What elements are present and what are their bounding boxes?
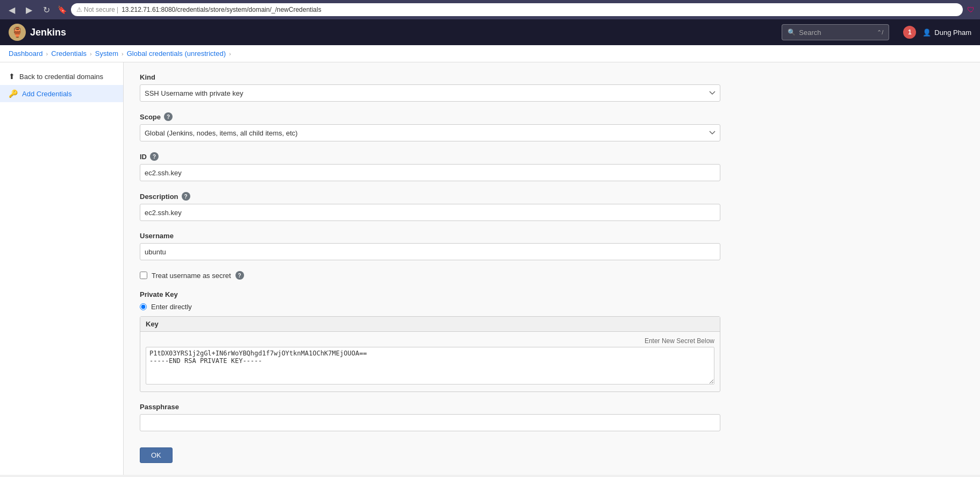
private-key-label: Private Key bbox=[140, 290, 964, 298]
breadcrumb-sep-1: › bbox=[46, 51, 48, 57]
breadcrumb-sep-3: › bbox=[121, 51, 124, 57]
shield-icon: 🛡 bbox=[967, 5, 975, 14]
username-label: Username bbox=[140, 232, 964, 240]
treat-username-secret-label: Treat username as secret bbox=[152, 272, 231, 280]
breadcrumb-sep-4: › bbox=[229, 51, 231, 57]
enter-directly-radio-group: Enter directly bbox=[140, 303, 964, 311]
id-label: ID ? bbox=[140, 152, 964, 161]
warning-icon: ⚠ bbox=[76, 6, 82, 13]
key-icon: 🔑 bbox=[9, 89, 18, 98]
back-button[interactable]: ◀ bbox=[5, 3, 18, 17]
bookmark-icon: 🔖 bbox=[58, 5, 67, 14]
sidebar-item-back-to-credential-domains[interactable]: ⬆ Back to credential domains bbox=[0, 68, 123, 85]
id-group: ID ? bbox=[140, 152, 964, 181]
description-help-icon[interactable]: ? bbox=[182, 192, 190, 201]
breadcrumb-sep-2: › bbox=[90, 51, 92, 57]
id-help-icon[interactable]: ? bbox=[150, 152, 159, 161]
content-area: Kind SSH Username with private keyUserna… bbox=[124, 62, 980, 475]
search-shortcut: ⌃/ bbox=[877, 29, 883, 36]
passphrase-label: Passphrase bbox=[140, 403, 964, 411]
back-arrow-icon: ⬆ bbox=[9, 72, 15, 81]
search-box[interactable]: 🔍 Search ⌃/ bbox=[782, 24, 889, 40]
treat-username-secret-group: Treat username as secret ? bbox=[140, 271, 964, 280]
kind-select[interactable]: SSH Username with private keyUsername wi… bbox=[140, 84, 720, 102]
breadcrumb-dashboard[interactable]: Dashboard bbox=[9, 49, 43, 58]
user-icon: 👤 bbox=[922, 29, 931, 37]
user-name: Dung Pham bbox=[934, 29, 971, 37]
sidebar-item-add-label: Add Credentials bbox=[22, 90, 72, 98]
url-text: 13.212.71.61:8080/credentials/store/syst… bbox=[121, 6, 321, 13]
breadcrumb-global-credentials[interactable]: Global credentials (unrestricted) bbox=[127, 49, 226, 58]
username-group: Username bbox=[140, 232, 964, 260]
ok-button[interactable]: OK bbox=[140, 447, 173, 463]
description-input[interactable] bbox=[140, 204, 720, 221]
refresh-button[interactable]: ↻ bbox=[40, 3, 53, 17]
sidebar-item-back-label: Back to credential domains bbox=[19, 73, 103, 81]
alert-count: 1 bbox=[908, 29, 912, 36]
search-placeholder: Search bbox=[799, 29, 821, 37]
passphrase-group: Passphrase bbox=[140, 403, 964, 431]
kind-label: Kind bbox=[140, 73, 964, 81]
key-section-body: Enter New Secret Below bbox=[140, 332, 720, 391]
key-section-header: Key bbox=[140, 317, 720, 332]
breadcrumb-system[interactable]: System bbox=[95, 49, 118, 58]
enter-directly-radio[interactable] bbox=[140, 303, 147, 310]
breadcrumb-credentials[interactable]: Credentials bbox=[51, 49, 87, 58]
not-secure-indicator: ⚠ Not secure | bbox=[76, 6, 118, 13]
key-section: Key Enter New Secret Below bbox=[140, 316, 720, 392]
forward-button[interactable]: ▶ bbox=[23, 3, 35, 17]
browser-chrome: ◀ ▶ ↻ 🔖 ⚠ Not secure | 13.212.71.61:8080… bbox=[0, 0, 980, 19]
key-hint: Enter New Secret Below bbox=[146, 337, 714, 345]
breadcrumb: Dashboard › Credentials › System › Globa… bbox=[0, 45, 980, 62]
id-input[interactable] bbox=[140, 164, 720, 181]
key-textarea[interactable] bbox=[146, 347, 714, 385]
scope-label: Scope ? bbox=[140, 112, 964, 121]
scope-select[interactable]: Global (Jenkins, nodes, items, all child… bbox=[140, 124, 720, 141]
alert-icon[interactable]: 1 bbox=[903, 26, 916, 39]
username-input[interactable] bbox=[140, 243, 720, 260]
sidebar: ⬆ Back to credential domains 🔑 Add Crede… bbox=[0, 62, 124, 475]
user-menu[interactable]: 👤 Dung Pham bbox=[922, 29, 971, 37]
header-icons: 1 👤 Dung Pham bbox=[903, 26, 971, 39]
scope-help-icon[interactable]: ? bbox=[164, 112, 173, 121]
enter-directly-label: Enter directly bbox=[151, 303, 192, 311]
address-bar[interactable]: ⚠ Not secure | 13.212.71.61:8080/credent… bbox=[71, 3, 963, 16]
sidebar-item-add-credentials[interactable]: 🔑 Add Credentials bbox=[0, 85, 123, 102]
jenkins-logo-icon: 🏺 bbox=[9, 24, 26, 41]
description-group: Description ? bbox=[140, 192, 964, 221]
passphrase-input[interactable] bbox=[140, 414, 720, 431]
treat-username-secret-checkbox[interactable] bbox=[140, 272, 147, 279]
app-name: Jenkins bbox=[30, 27, 66, 38]
treat-username-secret-help-icon[interactable]: ? bbox=[235, 271, 244, 280]
private-key-group: Private Key Enter directly Key Enter New… bbox=[140, 290, 964, 392]
main-layout: ⬆ Back to credential domains 🔑 Add Crede… bbox=[0, 62, 980, 475]
jenkins-logo: 🏺 Jenkins bbox=[9, 24, 66, 41]
search-icon: 🔍 bbox=[788, 29, 796, 36]
description-label: Description ? bbox=[140, 192, 964, 201]
jenkins-header: 🏺 Jenkins 🔍 Search ⌃/ 1 👤 Dung Pham bbox=[0, 19, 980, 45]
scope-group: Scope ? Global (Jenkins, nodes, items, a… bbox=[140, 112, 964, 141]
kind-group: Kind SSH Username with private keyUserna… bbox=[140, 73, 964, 102]
